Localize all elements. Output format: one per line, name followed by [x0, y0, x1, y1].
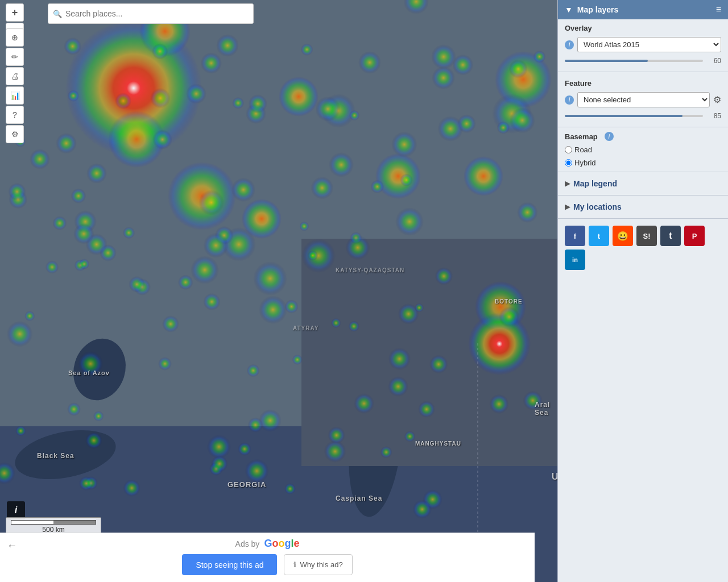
print-icon: 🖨: [11, 72, 19, 81]
basemap-section: Basemap i: [558, 130, 728, 143]
reddit-share-button[interactable]: 😀: [613, 226, 633, 246]
gps-button[interactable]: ⊕: [6, 28, 24, 47]
ad-header: Ads by Google: [235, 538, 300, 550]
left-toolbar: ⊕ ✏ 🖨 📊 ? ⚙: [6, 28, 24, 143]
chart-icon: 📊: [10, 91, 20, 100]
basemap-hybrid-text: Hybrid: [574, 159, 596, 167]
why-ad-button[interactable]: ℹ Why this ad?: [284, 554, 352, 575]
overlay-opacity-value: 60: [708, 57, 721, 65]
stop-ad-button[interactable]: Stop seeing this ad: [182, 554, 277, 575]
overlay-row: i World Atlas 2015 None Population Densi…: [558, 35, 728, 55]
linkedin-share-button[interactable]: in: [565, 250, 585, 270]
panel-title: Map layers: [577, 5, 716, 14]
feature-slider-row: 85: [558, 110, 728, 124]
my-locations-label: My locations: [573, 202, 622, 211]
measure-icon: ✏: [11, 52, 18, 61]
zoom-in-button[interactable]: +: [6, 3, 24, 22]
feature-opacity-value: 85: [708, 112, 721, 120]
basemap-hybrid-radio[interactable]: [565, 159, 572, 167]
overlay-select[interactable]: World Atlas 2015 None Population Density…: [577, 37, 721, 52]
search-bar: 🔍: [48, 3, 254, 24]
feature-gear-icon[interactable]: ⚙: [713, 94, 721, 105]
why-info-icon: ℹ: [293, 560, 296, 569]
map-legend-arrow: ▶: [565, 180, 570, 188]
basemap-info-icon[interactable]: i: [605, 132, 614, 141]
panel-menu-button[interactable]: ≡: [716, 5, 721, 15]
basemap-road-radio[interactable]: [565, 146, 572, 153]
chart-button[interactable]: 📊: [6, 86, 24, 105]
measure-button[interactable]: ✏: [6, 48, 24, 66]
overlay-slider-row: 60: [558, 55, 728, 69]
info-badge-label: i: [15, 505, 17, 516]
feature-row: i None selected Cities Countries Rivers …: [558, 90, 728, 110]
help-button[interactable]: ?: [6, 106, 24, 124]
basemap-road-text: Road: [574, 146, 592, 154]
overlay-label: Overlay: [558, 19, 728, 35]
map-legend-label: Map legend: [573, 179, 617, 188]
settings-button[interactable]: ⚙: [6, 125, 24, 143]
pinterest-share-button[interactable]: P: [684, 226, 705, 246]
basemap-hybrid-row: Hybrid: [558, 156, 728, 169]
tumblr-share-button[interactable]: t: [660, 226, 681, 246]
ad-back-arrow[interactable]: ←: [7, 540, 17, 552]
gps-icon: ⊕: [11, 33, 18, 42]
overlay-info-icon[interactable]: i: [565, 40, 574, 49]
search-icon: 🔍: [53, 10, 62, 18]
my-locations-collapse[interactable]: ▶ My locations: [558, 198, 728, 216]
feature-label: Feature: [558, 74, 728, 90]
feature-info-icon[interactable]: i: [565, 95, 574, 105]
map-legend-collapse[interactable]: ▶ Map legend: [558, 174, 728, 193]
my-locations-arrow: ▶: [565, 203, 570, 211]
ad-banner: ← Ads by Google Stop seeing this ad ℹ Wh…: [0, 533, 535, 582]
basemap-label: Basemap: [565, 132, 598, 141]
map-container[interactable]: KAZA UZBEKISTAN GEORGIA Black Sea Sea of…: [0, 0, 557, 582]
feature-select[interactable]: None selected Cities Countries Rivers: [577, 92, 710, 107]
search-input[interactable]: [65, 9, 249, 18]
basemap-hybrid-label[interactable]: Hybrid: [565, 159, 596, 167]
why-ad-text: Why this ad?: [300, 560, 342, 569]
facebook-share-button[interactable]: f: [565, 226, 585, 246]
stumble-share-button[interactable]: S!: [636, 226, 657, 246]
panel-header: ▼ Map layers ≡: [558, 0, 728, 19]
twitter-share-button[interactable]: t: [589, 226, 609, 246]
ads-by-text: Ads by: [235, 539, 260, 548]
feature-slider[interactable]: [565, 115, 703, 117]
basemap-road-label[interactable]: Road: [565, 146, 592, 154]
ad-buttons: Stop seeing this ad ℹ Why this ad?: [182, 554, 352, 575]
panel-collapse-arrow[interactable]: ▼: [565, 5, 573, 14]
overlay-slider[interactable]: [565, 60, 703, 62]
social-row: f t 😀 S! t P in: [558, 221, 728, 275]
heatmap-canvas: [0, 0, 557, 582]
right-panel: ▼ Map layers ≡ Overlay i World Atlas 201…: [557, 0, 728, 582]
basemap-road-row: Road: [558, 143, 728, 156]
google-logo: Google: [264, 538, 299, 550]
settings-icon: ⚙: [11, 130, 19, 139]
print-button[interactable]: 🖨: [6, 67, 24, 85]
help-icon: ?: [13, 110, 17, 119]
